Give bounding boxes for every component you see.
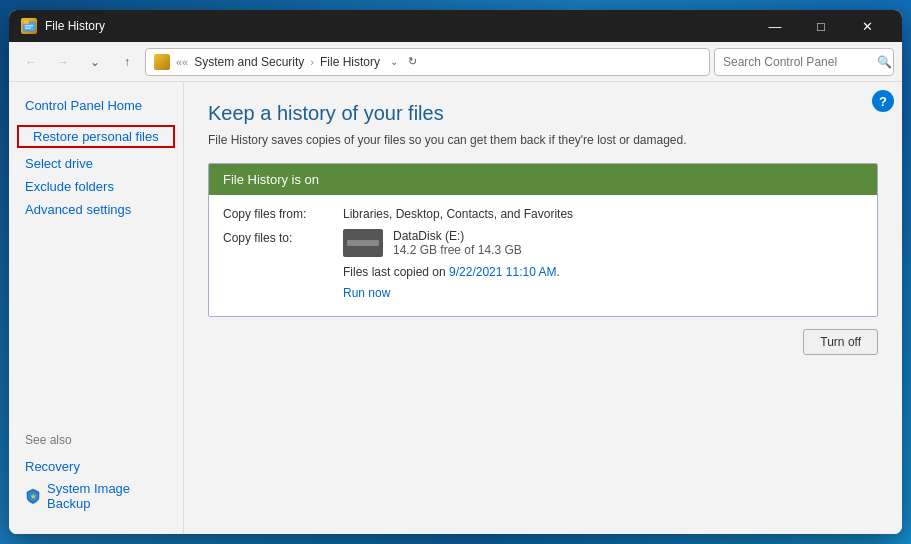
turn-off-row: Turn off xyxy=(208,329,878,355)
search-input[interactable] xyxy=(723,55,873,69)
copy-to-row: Copy files to: DataDisk (E:) 14.2 GB fre… xyxy=(223,229,863,257)
status-body: Copy files from: Libraries, Desktop, Con… xyxy=(209,195,877,316)
last-copied-date: 9/22/2021 11:10 AM xyxy=(449,265,556,279)
drive-details: DataDisk (E:) 14.2 GB free of 14.3 GB xyxy=(393,229,522,257)
sidebar: Control Panel Home Restore personal file… xyxy=(9,82,184,534)
run-now-link[interactable]: Run now xyxy=(343,286,390,300)
sidebar-restore-files[interactable]: Restore personal files xyxy=(17,125,175,148)
svg-text:★: ★ xyxy=(30,493,37,500)
sidebar-control-panel-home[interactable]: Control Panel Home xyxy=(9,94,183,117)
status-header: File History is on xyxy=(209,164,877,195)
search-icon[interactable]: 🔍 xyxy=(877,55,892,69)
app-icon xyxy=(21,18,37,34)
copy-from-row: Copy files from: Libraries, Desktop, Con… xyxy=(223,207,863,221)
status-box: File History is on Copy files from: Libr… xyxy=(208,163,878,317)
svg-rect-1 xyxy=(23,20,29,24)
copy-to-label: Copy files to: xyxy=(223,229,343,245)
shield-icon: ★ xyxy=(25,488,41,504)
drive-name: DataDisk (E:) xyxy=(393,229,522,243)
drive-info: DataDisk (E:) 14.2 GB free of 14.3 GB xyxy=(343,229,522,257)
close-button[interactable]: ✕ xyxy=(844,10,890,42)
main-window: File History — □ ✕ ← → ⌄ ↑ «« System and… xyxy=(9,10,902,534)
up-button[interactable]: ↑ xyxy=(113,48,141,76)
drive-icon xyxy=(343,229,383,257)
sidebar-advanced-settings[interactable]: Advanced settings xyxy=(9,198,183,221)
search-box: 🔍 xyxy=(714,48,894,76)
see-also-label: See also xyxy=(9,429,183,451)
address-icon xyxy=(154,54,170,70)
path-separator: › xyxy=(310,56,314,68)
page-title: Keep a history of your files xyxy=(208,102,878,125)
last-copied-suffix: . xyxy=(556,265,559,279)
svg-rect-2 xyxy=(25,25,33,27)
window-title: File History xyxy=(45,19,752,33)
address-chevron-icon[interactable]: ⌄ xyxy=(390,56,398,67)
address-bar: ← → ⌄ ↑ «« System and Security › File Hi… xyxy=(9,42,902,82)
minimize-button[interactable]: — xyxy=(752,10,798,42)
window-controls: — □ ✕ xyxy=(752,10,890,42)
page-subtitle: File History saves copies of your files … xyxy=(208,133,878,147)
help-button[interactable]: ? xyxy=(872,90,894,112)
turn-off-button[interactable]: Turn off xyxy=(803,329,878,355)
refresh-icon[interactable]: ↻ xyxy=(408,55,417,68)
copy-from-value: Libraries, Desktop, Contacts, and Favori… xyxy=(343,207,573,221)
maximize-button[interactable]: □ xyxy=(798,10,844,42)
breadcrumb-part2: File History xyxy=(320,55,380,69)
title-bar: File History — □ ✕ xyxy=(9,10,902,42)
back-button[interactable]: ← xyxy=(17,48,45,76)
last-copied-prefix: Files last copied on xyxy=(343,265,449,279)
sidebar-select-drive[interactable]: Select drive xyxy=(9,152,183,175)
svg-rect-3 xyxy=(25,28,31,30)
status-header-text: File History is on xyxy=(223,172,319,187)
system-image-backup-label: System Image Backup xyxy=(47,481,167,511)
last-copied-text: Files last copied on 9/22/2021 11:10 AM. xyxy=(343,265,863,279)
sidebar-system-image-backup[interactable]: ★ System Image Backup xyxy=(9,478,183,514)
content-area: Control Panel Home Restore personal file… xyxy=(9,82,902,534)
forward-button[interactable]: → xyxy=(49,48,77,76)
copy-from-label: Copy files from: xyxy=(223,207,343,221)
sidebar-recovery[interactable]: Recovery xyxy=(9,455,183,478)
address-box[interactable]: «« System and Security › File History ⌄ … xyxy=(145,48,710,76)
recent-locations-button[interactable]: ⌄ xyxy=(81,48,109,76)
drive-size: 14.2 GB free of 14.3 GB xyxy=(393,243,522,257)
main-panel: ? Keep a history of your files File Hist… xyxy=(184,82,902,534)
sidebar-exclude-folders[interactable]: Exclude folders xyxy=(9,175,183,198)
breadcrumb-part1: System and Security xyxy=(194,55,304,69)
